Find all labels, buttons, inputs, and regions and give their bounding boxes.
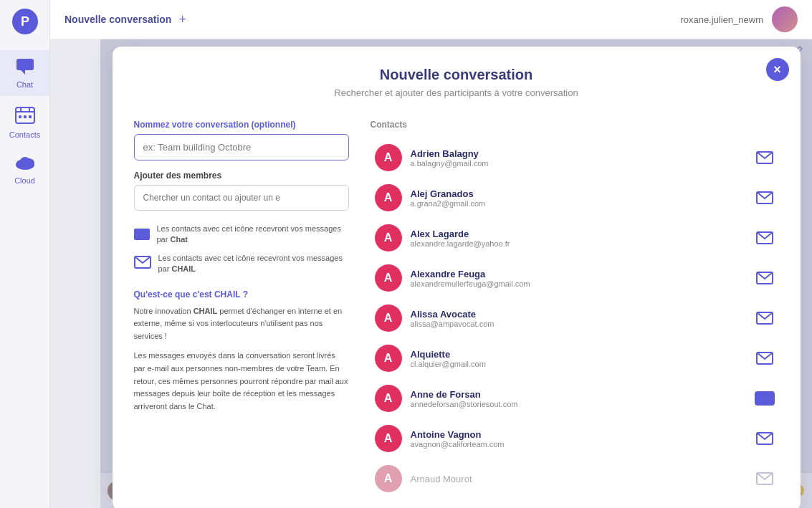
topbar-right: roxane.julien_newm [680, 6, 798, 32]
contact-row[interactable]: A Alej Granados a.grana2@gmail.com [371, 178, 779, 217]
modal-title: Nouvelle conversation [127, 67, 786, 83]
contact-email: avagnon@califorteam.com [411, 440, 746, 449]
modal-close-button[interactable]: × [766, 58, 789, 81]
contact-row[interactable]: A Anne de Forsan annedeforsan@storiesout… [371, 379, 779, 418]
contact-name: Antoine Vagnon [411, 429, 746, 440]
member-search-input[interactable] [134, 185, 349, 211]
svg-rect-9 [24, 115, 27, 118]
legend-chat-icon [134, 229, 150, 240]
cloud-icon [14, 153, 36, 175]
contact-icon-mail [755, 351, 775, 365]
legend-chat-item: Les contacts avec cet icône recevront vo… [134, 224, 349, 246]
topbar-add-button[interactable]: + [178, 12, 186, 27]
contact-row[interactable]: A Alissa Avocate alissa@ampavocat.com [371, 299, 779, 337]
contact-row[interactable]: A Alex Lagarde alexandre.lagarde@yahoo.f… [371, 219, 779, 257]
contact-name: Anne de Forsan [411, 389, 746, 400]
modal-left-panel: Nommez votre conversation (optionnel) Aj… [134, 120, 349, 497]
contact-email: alexandre.lagarde@yahoo.fr [411, 239, 746, 248]
sidebar-item-cloud-label: Cloud [14, 176, 35, 185]
conversation-name-input[interactable] [134, 134, 349, 160]
contact-email: alexandremullerfeuga@gmail.com [411, 279, 746, 288]
conversation-field-label: Nommez votre conversation (optionnel) [134, 120, 349, 130]
contact-row[interactable]: A Arnaud Mourot [371, 459, 779, 497]
contact-name: Alquiette [411, 349, 746, 360]
topbar: Nouvelle conversation + roxane.julien_ne… [50, 0, 812, 39]
contact-icon-chat [755, 391, 775, 406]
contacts-label: Contacts [371, 120, 779, 130]
modal-subtitle: Rechercher et ajouter des participants à… [127, 87, 786, 98]
contact-icon-mail [755, 431, 775, 446]
modal-body: Nommez votre conversation (optionnel) Aj… [113, 105, 801, 508]
contact-name: Arnaud Mourot [411, 474, 746, 484]
main-area: × Nouvelle conversation Rechercher et aj… [50, 39, 812, 508]
avatar: A [375, 184, 402, 211]
contact-info: Adrien Balagny a.balagny@gmail.com [411, 148, 746, 168]
legend-chat-text: Les contacts avec cet icône recevront vo… [157, 224, 349, 246]
contact-row[interactable]: A Adrien Balagny a.balagny@gmail.com [371, 138, 779, 177]
contact-info: Alissa Avocate alissa@ampavocat.com [411, 309, 746, 328]
sidebar-item-chat[interactable]: Chat [0, 50, 49, 96]
contact-info: Arnaud Mourot [411, 474, 746, 484]
contact-row[interactable]: A Alexandre Feuga alexandremullerfeuga@g… [371, 259, 779, 297]
contact-email: a.balagny@gmail.com [411, 159, 746, 168]
svg-rect-10 [29, 115, 32, 118]
contact-icon-mail-light [755, 471, 775, 486]
svg-point-14 [20, 157, 30, 166]
svg-rect-8 [19, 115, 22, 118]
contact-icon-mail [755, 311, 775, 325]
members-label: Ajouter des membres [134, 171, 349, 181]
modal: × Nouvelle conversation Rechercher et aj… [113, 47, 801, 508]
avatar: A [375, 345, 402, 372]
contact-email: a.grana2@gmail.com [411, 199, 746, 208]
topbar-username: roxane.julien_newm [680, 14, 763, 25]
modal-overlay: × Nouvelle conversation Rechercher et aj… [100, 39, 812, 508]
sidebar-logo: P [11, 7, 39, 36]
contact-name: Alej Granados [411, 188, 746, 199]
avatar: A [375, 425, 402, 452]
chail-title: Qu'est-ce que c'est CHAIL ? [134, 289, 349, 299]
avatar: A [375, 465, 402, 492]
legend-mail-item: Les contacts avec cet icône recevront vo… [134, 253, 349, 275]
sidebar-item-contacts-label: Contacts [9, 130, 40, 139]
contact-icon-mail [755, 191, 775, 205]
contact-row[interactable]: A Alquiette cl.alquier@gmail.com [371, 339, 779, 378]
contact-name: Alex Lagarde [411, 229, 746, 239]
avatar: A [375, 144, 402, 171]
sidebar-item-cloud[interactable]: Cloud [0, 146, 49, 192]
contact-row[interactable]: A Antoine Vagnon avagnon@califorteam.com [371, 419, 779, 458]
contact-info: Antoine Vagnon avagnon@califorteam.com [411, 429, 746, 449]
topbar-avatar [772, 6, 798, 32]
contact-icon-mail [755, 231, 775, 245]
avatar: A [375, 264, 402, 292]
avatar: A [375, 224, 402, 251]
avatar: A [375, 305, 402, 332]
contact-email: alissa@ampavocat.com [411, 320, 746, 328]
contacts-icon [15, 106, 35, 129]
contact-info: Anne de Forsan annedeforsan@storiesout.c… [411, 389, 746, 408]
chail-paragraph-1: Notre innovation CHAIL permet d'échanger… [134, 305, 349, 343]
contact-name: Alissa Avocate [411, 309, 746, 320]
sidebar-item-chat-label: Chat [16, 80, 33, 89]
chail-paragraph-2: Les messages envoyés dans la conversatio… [134, 350, 349, 413]
contact-name: Adrien Balagny [411, 148, 746, 159]
legend-mail-text: Les contacts avec cet icône recevront vo… [158, 253, 349, 275]
sidebar: P Chat Contacts [0, 0, 50, 508]
contact-info: Alquiette cl.alquier@gmail.com [411, 349, 746, 368]
topbar-title: Nouvelle conversation [65, 14, 171, 25]
contact-name: Alexandre Feuga [411, 269, 746, 279]
chail-section: Qu'est-ce que c'est CHAIL ? Notre innova… [134, 289, 349, 413]
avatar: A [375, 385, 402, 412]
contact-icon-mail [755, 271, 775, 285]
contact-info: Alej Granados a.grana2@gmail.com [411, 188, 746, 208]
contact-email: annedeforsan@storiesout.com [411, 400, 746, 408]
legend-mail-icon [134, 256, 151, 272]
svg-rect-2 [16, 59, 34, 70]
sidebar-item-contacts[interactable]: Contacts [0, 99, 49, 146]
modal-right-panel: Contacts A Adrien Balagny a.balagny@gmai… [371, 120, 779, 497]
modal-header: Nouvelle conversation Rechercher et ajou… [113, 47, 801, 105]
contact-info: Alex Lagarde alexandre.lagarde@yahoo.fr [411, 229, 746, 248]
contact-email: cl.alquier@gmail.com [411, 360, 746, 368]
chat-icon [15, 57, 35, 79]
contact-info: Alexandre Feuga alexandremullerfeuga@gma… [411, 269, 746, 288]
svg-marker-3 [21, 70, 25, 75]
